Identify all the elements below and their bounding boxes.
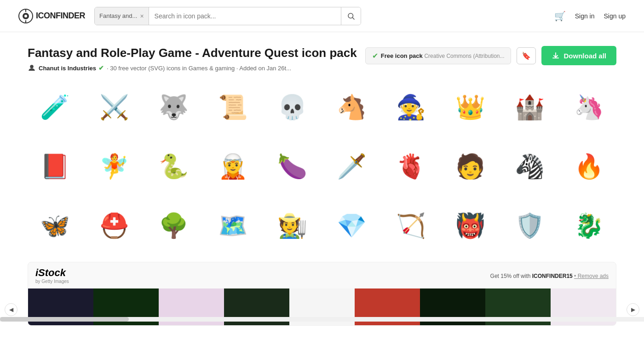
search-tag-close[interactable]: × <box>140 12 144 20</box>
icon-cell-reaper[interactable]: 💀 <box>265 79 320 134</box>
icon-scroll: 📜 <box>215 89 252 125</box>
svg-point-5 <box>348 13 353 18</box>
pack-actions: ✔ Free icon pack Creative Commons (Attri… <box>365 46 616 65</box>
download-icon <box>552 51 560 60</box>
ad-promo-container: Get 15% off with ICONFINDER15 • Remove a… <box>490 272 609 280</box>
remove-ads-link[interactable]: • Remove ads <box>574 273 609 279</box>
verified-badge: ✔ <box>98 64 104 72</box>
icon-sword: ⚔️ <box>96 89 133 125</box>
icon-cell-hero[interactable]: 🧑 <box>443 139 498 193</box>
pack-meta: Chanut is Industries ✔ · 30 free vector … <box>28 64 357 72</box>
main-content: Fantasy and Role-Play Game - Adventure Q… <box>9 32 635 335</box>
icon-cell-knight[interactable]: 🗡️ <box>324 139 379 193</box>
search-tag[interactable]: Fantasy and... × <box>95 7 149 25</box>
free-badge-sub: Creative Commons (Attribution... <box>424 53 504 59</box>
search-icon <box>347 12 355 20</box>
icon-cell-dragon[interactable]: 🐉 <box>562 198 616 253</box>
icon-fire-spirit: 🔥 <box>571 148 608 185</box>
icon-cell-dark-creature[interactable]: 🍆 <box>265 139 320 193</box>
icon-unicorn: 🦓 <box>512 148 548 185</box>
icon-medusa: 🐍 <box>155 148 192 185</box>
search-input[interactable] <box>149 12 341 20</box>
svg-line-6 <box>352 17 354 19</box>
istock-sub: by Getty Images <box>35 279 69 284</box>
scroll-arrow-right[interactable]: ▶ <box>627 303 639 316</box>
icon-fairy-creature: 🦋 <box>37 207 74 244</box>
icon-fairy: 🧚 <box>96 148 133 185</box>
icon-dark-creature: 🍆 <box>274 148 311 185</box>
icon-cell-wanderer[interactable]: 🧑‍🌾 <box>265 198 320 253</box>
signin-link[interactable]: Sign in <box>575 12 595 20</box>
ad-promo-label: Get 15% off with <box>490 273 531 279</box>
icon-cell-unicorn-pink[interactable]: 🦄 <box>562 79 616 134</box>
icon-cell-bow[interactable]: 🏹 <box>384 198 438 253</box>
pack-info: Fantasy and Role-Play Game - Adventure Q… <box>28 46 357 72</box>
search-bar: Fantasy and... × <box>94 7 361 25</box>
icon-heart-creature: 🫀 <box>393 148 430 185</box>
icon-reaper: 💀 <box>274 89 311 125</box>
free-badge: ✔ Free icon pack Creative Commons (Attri… <box>365 47 512 64</box>
free-badge-check-icon: ✔ <box>372 51 378 60</box>
icon-cell-fairy[interactable]: 🧚 <box>87 139 142 193</box>
istock-logo-container: iStock by Getty Images <box>35 267 69 284</box>
icon-helmet: ⛑️ <box>96 207 133 244</box>
icon-tree: 🌳 <box>155 207 192 244</box>
icon-cell-wolf[interactable]: 🐺 <box>146 79 201 134</box>
icon-cell-heart-creature[interactable]: 🫀 <box>384 139 438 193</box>
logo[interactable]: ICONFINDER <box>18 9 85 23</box>
header-right: 🛒 Sign in Sign up <box>554 11 626 22</box>
bookmark-button[interactable]: 🔖 <box>517 47 536 64</box>
free-badge-title: Free icon pack <box>381 52 423 59</box>
icon-cell-crystal[interactable]: 💎 <box>324 198 379 253</box>
author-icon <box>28 64 36 72</box>
icon-cell-goblin[interactable]: 👹 <box>443 198 498 253</box>
pack-author[interactable]: Chanut is Industries ✔ <box>39 64 104 72</box>
icon-cell-scroll[interactable]: 📜 <box>206 79 260 134</box>
pack-header: Fantasy and Role-Play Game - Adventure Q… <box>28 46 616 72</box>
cart-icon[interactable]: 🛒 <box>554 11 566 22</box>
icon-cell-fairy-creature[interactable]: 🦋 <box>28 198 82 253</box>
scrollbar[interactable] <box>0 317 644 322</box>
icon-goblin: 👹 <box>452 207 489 244</box>
icon-map: 🗺️ <box>215 207 252 244</box>
logo-text: ICONFINDER <box>36 11 85 21</box>
icon-spellbook: 📕 <box>37 148 74 185</box>
icon-cell-fire-spirit[interactable]: 🔥 <box>562 139 616 193</box>
icon-castle: 🏰 <box>512 89 548 125</box>
icon-bow: 🏹 <box>393 207 430 244</box>
icon-cell-castle[interactable]: 🏰 <box>502 79 557 134</box>
icon-elf: 🧝 <box>215 148 252 185</box>
icon-cell-medusa[interactable]: 🐍 <box>146 139 201 193</box>
icon-armor: 🛡️ <box>512 207 548 244</box>
ad-section: iStock by Getty Images Get 15% off with … <box>28 262 616 326</box>
scroll-thumb[interactable] <box>0 317 129 322</box>
search-button[interactable] <box>341 7 361 25</box>
icon-cell-wizard[interactable]: 🧙 <box>384 79 438 134</box>
ad-promo-text: Get 15% off with ICONFINDER15 • Remove a… <box>490 273 609 279</box>
icon-centaur: 🐴 <box>334 89 370 125</box>
ad-promo-code: ICONFINDER15 <box>532 273 573 279</box>
search-tag-text: Fantasy and... <box>99 12 137 19</box>
icon-cell-tree[interactable]: 🌳 <box>146 198 201 253</box>
icon-cell-elf[interactable]: 🧝 <box>206 139 260 193</box>
icon-cell-map[interactable]: 🗺️ <box>206 198 260 253</box>
icon-cell-armor[interactable]: 🛡️ <box>502 198 557 253</box>
icon-cell-helmet[interactable]: ⛑️ <box>87 198 142 253</box>
author-name: Chanut is Industries <box>39 65 96 72</box>
icon-grid: 🧪⚔️🐺📜💀🐴🧙👑🏰🦄📕🧚🐍🧝🍆🗡️🫀🧑🦓🔥🦋⛑️🌳🗺️🧑‍🌾💎🏹👹🛡️🐉 <box>28 79 616 253</box>
icon-cell-spellbook[interactable]: 📕 <box>28 139 82 193</box>
icon-unicorn-pink: 🦄 <box>571 89 608 125</box>
pack-title: Fantasy and Role-Play Game - Adventure Q… <box>28 46 357 60</box>
download-all-button[interactable]: Download all <box>541 46 616 65</box>
pack-meta-text: · 30 free vector (SVG) icons in Games & … <box>107 65 291 72</box>
logo-icon <box>18 9 33 23</box>
svg-point-2 <box>24 15 27 17</box>
signup-link[interactable]: Sign up <box>604 12 626 20</box>
icon-cell-sword[interactable]: ⚔️ <box>87 79 142 134</box>
icon-cell-unicorn[interactable]: 🦓 <box>502 139 557 193</box>
scroll-arrow-left[interactable]: ◀ <box>5 303 17 316</box>
icon-cell-king[interactable]: 👑 <box>443 79 498 134</box>
icon-king: 👑 <box>452 89 489 125</box>
icon-cell-potion[interactable]: 🧪 <box>28 79 82 134</box>
icon-cell-centaur[interactable]: 🐴 <box>324 79 379 134</box>
